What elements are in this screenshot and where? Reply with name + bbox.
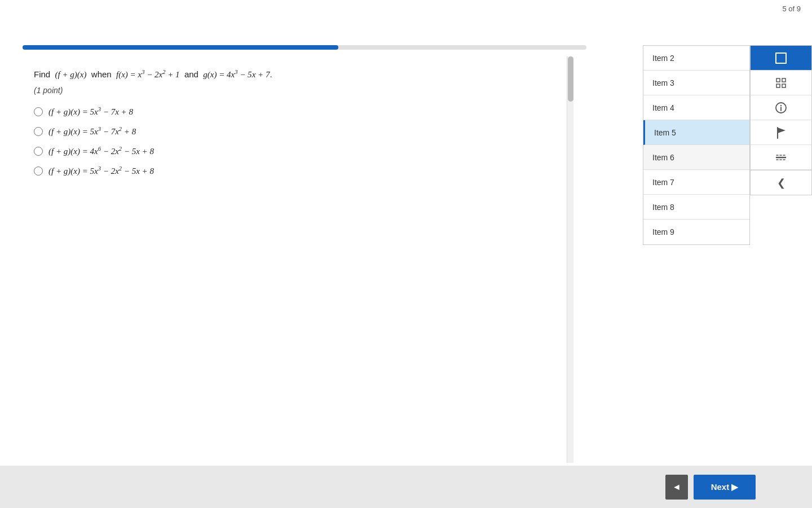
svg-rect-3 bbox=[776, 84, 780, 87]
svg-rect-4 bbox=[782, 84, 785, 87]
navigation-bar: ◄ Next ▶ bbox=[0, 466, 812, 508]
svg-rect-1 bbox=[776, 78, 780, 82]
item-5-label: Item 5 bbox=[654, 128, 676, 137]
progress-bar-fill bbox=[23, 45, 338, 50]
answer-d-text: (f + g)(x) = 5x3 − 2x2 − 5x + 8 bbox=[48, 165, 154, 176]
g-def: g(x) = 4x3 − 5x + 7 bbox=[203, 70, 270, 79]
answer-option-a[interactable]: (f + g)(x) = 5x3 − 7x + 8 bbox=[34, 106, 575, 117]
collapse-panel-btn[interactable]: ❮ bbox=[751, 170, 811, 195]
item-6-label: Item 6 bbox=[652, 153, 674, 162]
next-button[interactable]: Next ▶ bbox=[694, 475, 756, 500]
sidebar-item-8[interactable]: Item 8 bbox=[643, 195, 749, 220]
radio-d[interactable] bbox=[34, 167, 43, 176]
answer-a-text: (f + g)(x) = 5x3 − 7x + 8 bbox=[48, 106, 133, 117]
f-def: f(x) = x3 − 2x2 + 1 bbox=[116, 70, 180, 79]
item-2-label: Item 2 bbox=[652, 54, 674, 63]
answer-option-d[interactable]: (f + g)(x) = 5x3 − 2x2 − 5x + 8 bbox=[34, 165, 575, 176]
flag-icon-btn[interactable] bbox=[751, 120, 811, 145]
item-4-label: Item 4 bbox=[652, 103, 674, 112]
prev-arrow-icon: ◄ bbox=[672, 482, 681, 492]
svg-rect-0 bbox=[776, 53, 786, 63]
info-circle-icon-btn[interactable] bbox=[751, 95, 811, 120]
item-8-label: Item 8 bbox=[652, 203, 674, 212]
eraser-icon-btn[interactable] bbox=[751, 145, 811, 170]
svg-marker-9 bbox=[778, 128, 785, 133]
question-text: Find (f + g)(x) when f(x) = x3 − 2x2 + 1… bbox=[34, 68, 575, 81]
item-3-label: Item 3 bbox=[652, 78, 674, 87]
grid-icon-btn[interactable] bbox=[751, 71, 811, 95]
radio-c[interactable] bbox=[34, 147, 43, 156]
sidebar-item-2[interactable]: Item 2 bbox=[643, 46, 749, 71]
svg-rect-2 bbox=[782, 78, 785, 82]
sidebar-item-3[interactable]: Item 3 bbox=[643, 71, 749, 95]
collapse-arrow-icon: ❮ bbox=[777, 177, 785, 189]
item-7-label: Item 7 bbox=[652, 178, 674, 187]
tools-panel: ❮ bbox=[750, 45, 812, 195]
sidebar-item-7[interactable]: Item 7 bbox=[643, 170, 749, 195]
progress-text: 5 of 9 bbox=[782, 5, 801, 13]
answer-option-c[interactable]: (f + g)(x) = 4x6 − 2x2 − 5x + 8 bbox=[34, 146, 575, 156]
sidebar-item-4[interactable]: Item 4 bbox=[643, 95, 749, 120]
sidebar-item-5[interactable]: Item 5 bbox=[643, 120, 749, 145]
question-content: Find (f + g)(x) when f(x) = x3 − 2x2 + 1… bbox=[23, 56, 586, 463]
answer-option-b[interactable]: (f + g)(x) = 5x3 − 7x2 + 8 bbox=[34, 126, 575, 137]
radio-a[interactable] bbox=[34, 107, 43, 116]
svg-point-6 bbox=[780, 104, 782, 106]
next-label: Next ▶ bbox=[711, 482, 739, 492]
radio-b[interactable] bbox=[34, 127, 43, 136]
answer-b-text: (f + g)(x) = 5x3 − 7x2 + 8 bbox=[48, 126, 136, 137]
prev-button[interactable]: ◄ bbox=[665, 475, 688, 500]
sidebar-item-9[interactable]: Item 9 bbox=[643, 220, 749, 244]
item-9-label: Item 9 bbox=[652, 227, 674, 237]
point-label: (1 point) bbox=[34, 86, 575, 95]
function-sum: (f + g)(x) bbox=[55, 70, 87, 79]
sidebar-item-6[interactable]: Item 6 bbox=[643, 145, 749, 170]
item-sidebar: Item 2 Item 3 Item 4 Item 5 Item 6 Item … bbox=[643, 45, 750, 245]
expand-icon-btn[interactable] bbox=[751, 46, 811, 71]
answer-c-text: (f + g)(x) = 4x6 − 2x2 − 5x + 8 bbox=[48, 146, 154, 156]
page-indicator: 5 of 9 bbox=[771, 0, 812, 17]
